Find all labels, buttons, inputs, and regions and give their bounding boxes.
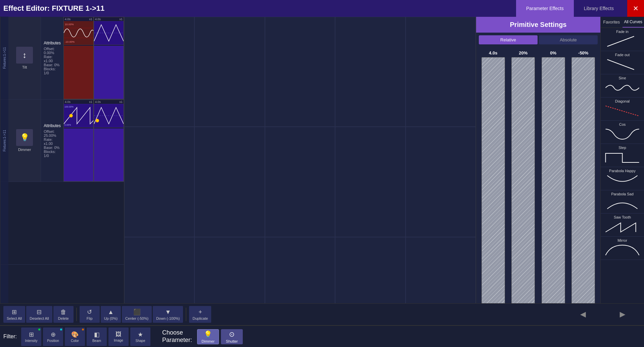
- tilt-waveform-1[interactable]: 4.0s x1 10.00% -10.00%: [63, 17, 94, 99]
- header: Effect Editor: FIXTURE 1->11 Parameter E…: [0, 0, 644, 17]
- choose-parameter-section: ChooseParameter:: [162, 329, 192, 344]
- filter-image[interactable]: 🖼 Image: [108, 327, 129, 346]
- nav-left-button[interactable]: ◄: [565, 307, 601, 321]
- curve-step[interactable]: Step: [601, 144, 644, 167]
- param-shutter-icon: ⊙: [229, 330, 235, 338]
- toolbar-separator-1: [76, 308, 77, 321]
- color-dot: [82, 329, 84, 331]
- swing-track[interactable]: [571, 57, 595, 308]
- flip-button[interactable]: ↺ Flip: [80, 306, 100, 323]
- position-dot: [60, 329, 62, 331]
- duplicate-button[interactable]: + Duplicate: [189, 306, 211, 323]
- deselect-all-icon: ⊟: [37, 308, 42, 316]
- primitive-title: Primitive Settings: [476, 17, 600, 33]
- dimmer-waveform-header-1: 4.0s x1: [64, 100, 93, 104]
- filter-shape[interactable]: ★ Shape: [130, 327, 150, 346]
- grid-cell-4: [335, 17, 405, 127]
- filter-label: Filter:: [3, 334, 17, 340]
- main-area: Fixtures:1->11 ↕ Tilt Attributes Offset:…: [0, 17, 644, 347]
- attr-rate-tilt: Rate: x1.00: [44, 55, 61, 63]
- filter-position[interactable]: ⊕ Position: [43, 327, 63, 346]
- select-all-button[interactable]: ⊞ Select All: [3, 306, 25, 323]
- fixture-row-label-2: Fixtures:1->11: [0, 100, 8, 182]
- swing-value: -50%: [578, 50, 588, 55]
- curve-saw-tooth[interactable]: Saw Tooth: [601, 214, 644, 237]
- fixture-icon-cell-tilt: ↕ Tilt: [8, 17, 41, 99]
- close-button[interactable]: ✕: [627, 0, 644, 17]
- library-tabs: Favorites All Curves: [601, 17, 644, 28]
- nav-right-button[interactable]: ►: [604, 307, 641, 321]
- size-value: 20%: [519, 50, 527, 55]
- primitive-sliders: 4.0s Time ⏱ 20% Size ↕ 0% Base 〜 -50% Sw…: [476, 47, 600, 329]
- curve-fade-in[interactable]: Fade in: [601, 28, 644, 51]
- attr-title-dimmer: Attributes: [44, 123, 61, 128]
- down-button[interactable]: ▼ Down (-100%): [153, 306, 183, 323]
- curve-parabola-happy[interactable]: Parabola Happy: [601, 167, 644, 190]
- toolbar-separator-2: [186, 308, 186, 321]
- center-button[interactable]: ⬛ Center (-50%): [122, 306, 152, 323]
- beam-icon: ◧: [94, 331, 100, 338]
- svg-rect-22: [604, 197, 641, 210]
- curve-fade-out[interactable]: Fade out: [601, 51, 644, 74]
- tab-favorites[interactable]: Favorites: [601, 17, 623, 28]
- filter-intensity[interactable]: ⊞ Intensity: [21, 327, 41, 346]
- attr-offset-dimmer: Offset: 25.00%: [44, 129, 61, 138]
- grid-cell-10: [406, 127, 476, 237]
- grid-cell-8: [265, 127, 335, 237]
- svg-text:100.00%: 100.00%: [64, 105, 74, 108]
- dimmer-waveform-canvas-2: [94, 104, 124, 127]
- param-buttons: 💡 Dimmer ⊙ Shutter: [197, 329, 243, 344]
- waveform-canvas-2: [94, 21, 124, 45]
- waveform-header-1: 4.0s x1: [64, 17, 93, 21]
- curve-diagonal[interactable]: Diagonal: [601, 98, 644, 121]
- time-value: 4.0s: [489, 50, 497, 55]
- param-dimmer[interactable]: 💡 Dimmer: [197, 329, 219, 344]
- duplicate-icon: +: [198, 309, 202, 316]
- tab-absolute[interactable]: Absolute: [539, 35, 598, 44]
- curve-mirror[interactable]: Mirror: [601, 237, 644, 260]
- primitive-tabs: Relative Absolute: [476, 33, 600, 47]
- grid-cell-1: [124, 17, 194, 127]
- filter-color[interactable]: 🎨 Color: [65, 327, 85, 346]
- dimmer-icon: 💡: [16, 129, 33, 146]
- svg-rect-15: [604, 58, 641, 71]
- svg-rect-14: [604, 35, 641, 48]
- up-button[interactable]: ▲ Up (0%): [101, 306, 121, 323]
- deselect-all-button[interactable]: ⊟ Deselect All: [26, 306, 52, 323]
- delete-icon: 🗑: [60, 309, 66, 316]
- dimmer-waveform-1[interactable]: 4.0s x1 100.00% 0.00%: [63, 100, 94, 182]
- curve-sine[interactable]: Sine: [601, 74, 644, 98]
- size-track[interactable]: [511, 57, 535, 309]
- fixture-row-label-1: Fixtures:1->11: [0, 17, 8, 99]
- effects-library-panel: Favorites All Curves Fade in Fade out Si…: [600, 17, 644, 347]
- filter-beam[interactable]: ◧ Beam: [87, 327, 107, 346]
- attr-rate-dimmer: Rate: x1.00: [44, 138, 61, 146]
- waveform-header-2: 4.0s x1: [94, 17, 124, 21]
- tab-all-curves[interactable]: All Curves: [623, 17, 644, 28]
- attr-blocks-dimmer: Blocks: 1/0: [44, 150, 61, 158]
- tilt-waveform-2[interactable]: 4.0s x1: [94, 17, 124, 99]
- intensity-icon: ⊞: [29, 331, 34, 338]
- slider-base: 0% Base 〜: [540, 50, 567, 326]
- svg-rect-21: [604, 174, 641, 187]
- dimmer-waveform-2[interactable]: 4.0s x1: [94, 100, 124, 182]
- base-track[interactable]: [542, 57, 565, 308]
- tab-library-effects[interactable]: Library Effects: [574, 0, 624, 17]
- param-shutter[interactable]: ⊙ Shutter: [221, 329, 243, 344]
- delete-button[interactable]: 🗑 Delete: [53, 306, 74, 323]
- intensity-dot: [38, 329, 40, 331]
- tab-parameter-effects[interactable]: Parameter Effects: [516, 0, 574, 17]
- flip-icon: ↺: [87, 308, 92, 316]
- attr-title-tilt: Attributes: [44, 41, 61, 45]
- grid-cell-6: [124, 127, 194, 237]
- curve-cos[interactable]: Cos: [601, 121, 644, 144]
- time-track[interactable]: [481, 57, 505, 309]
- svg-text:10.00%: 10.00%: [65, 23, 74, 26]
- curve-parabola-sad[interactable]: Parabola Sad: [601, 190, 644, 214]
- attr-base-dimmer: Base: 0%: [44, 146, 61, 150]
- svg-point-12: [96, 119, 99, 122]
- bottom-toolbar: ⊞ Select All ⊟ Deselect All 🗑 Delete ↺ F…: [0, 303, 644, 347]
- fixture-icon-cell-dimmer: 💡 Dimmer: [8, 100, 41, 182]
- header-tabs: Parameter Effects Library Effects: [516, 0, 624, 17]
- tab-relative[interactable]: Relative: [479, 35, 538, 44]
